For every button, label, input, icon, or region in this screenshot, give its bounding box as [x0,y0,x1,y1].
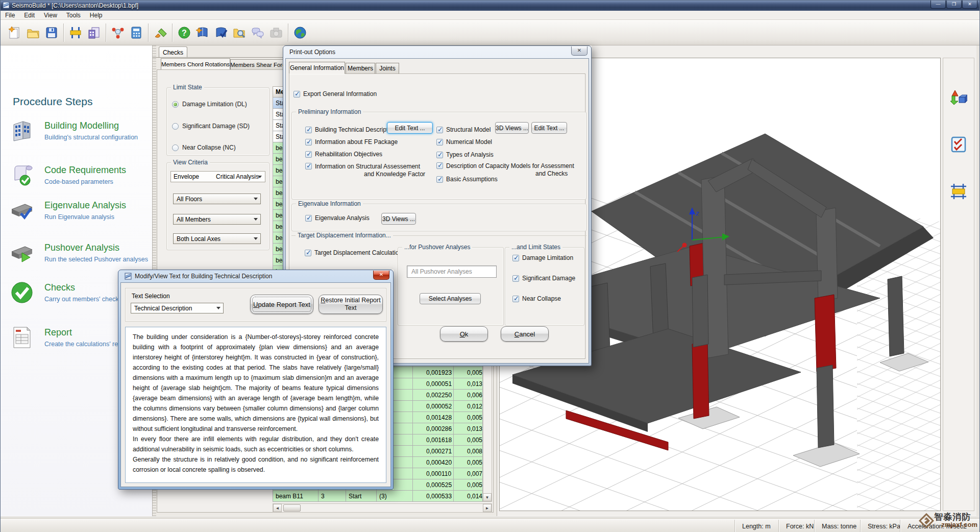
camera-icon[interactable] [267,23,285,42]
checkbox-rehabilitation-objectives[interactable]: Rehabilitation Objectives [305,151,382,158]
building-report-icon[interactable] [85,23,103,42]
checkbox-information-fe-package[interactable]: Information about FE Package [305,138,398,146]
scroll-right-arrow[interactable]: ► [483,504,492,512]
frame-icon[interactable] [950,183,967,200]
checkbox-damage-limitation[interactable]: Damage Limitation [512,254,573,261]
radio-near-collapse[interactable]: Near Collapse (NC) [172,144,236,151]
tab-joints[interactable]: Joints [376,63,399,74]
open-folder-icon[interactable] [24,23,42,42]
watermark-line2: zmjaxf.com [941,521,977,528]
ok-button[interactable]: Ok [440,326,488,342]
text-selection-dropdown[interactable]: Technical Description [131,303,224,313]
checkbox-structural-model[interactable]: Structural Model [436,126,491,133]
members-dropdown[interactable]: All Members [173,214,261,225]
menu-edit[interactable]: Edit [19,11,39,19]
table-cell: 0,013536 [454,423,483,434]
checkbox-target-displacement[interactable]: Target Displacement Calculations [305,249,405,256]
views-3d-button[interactable]: 3D Views ... [495,122,529,134]
table-horizontal-scrollbar[interactable]: ◄ ► [273,503,492,513]
tab-members-chord-rotations[interactable]: Members Chord Rotations [161,58,230,69]
radio-damage-limitation[interactable]: Damage Limitation (DL) [172,101,247,108]
dialog-icon [125,273,132,280]
sidebar-item-pushover-analysis[interactable]: Pushover Analysis Run the selected Pusho… [7,243,150,272]
checkbox-eigenvalue-analysis[interactable]: Eigenvalue Analysis [305,214,370,222]
envelope-analysis-combo[interactable]: Envelope Critical Analysis [170,171,265,182]
close-button[interactable]: ✕ [962,1,977,9]
menu-file[interactable]: File [1,11,19,19]
checkbox-icon [305,127,312,133]
select-analyses-button[interactable]: Select Analyses [420,293,481,304]
tab-checks[interactable]: Checks [159,46,187,58]
checkbox-label: Types of Analysis [446,151,494,158]
table-row[interactable]: beam B11 3 Start (3) 0,000533 0,014976 [273,491,492,502]
checkbox-label: Basic Assumptions [446,176,498,183]
restore-initial-report-text-button[interactable]: Restore Initial Report Text [318,295,383,314]
checkbox-capacity-models[interactable]: Description of Capacity Models for Asses… [436,162,574,177]
checkbox-label: Information on Structural Assessementand… [315,163,425,178]
dialog-close-icon[interactable]: ✕ [373,271,389,280]
edit-text-button[interactable]: Edit Text ... [387,122,433,134]
checkbox-icon [512,275,519,282]
sidebar-item-building-modelling[interactable]: Building Modelling Building's structural… [7,120,150,150]
orientation-icon[interactable] [950,89,967,106]
dropdown-value: All Floors [177,196,202,203]
comments-icon[interactable] [249,23,267,42]
checkbox-structural-assessment[interactable]: Information on Structural Assessementand… [305,163,425,178]
sidebar-item-subtitle: Run the selected Pushover analyses [44,256,148,263]
checkbox-icon [436,176,443,183]
sidebar-item-eigenvalue-analysis[interactable]: Eigenvalue Analysis Run Eigenvalue analy… [7,200,150,230]
technical-description-textarea[interactable]: The building under consideration is a {N… [125,327,386,483]
radio-significant-damage[interactable]: Significant Damage (SD) [172,123,250,130]
update-report-text-button[interactable]: Update Report Text [250,295,313,314]
save-icon[interactable] [42,23,61,42]
restore-button[interactable]: ❐ [946,1,962,9]
sidebar-item-subtitle: Create the calculations' report [44,341,129,348]
minimize-button[interactable]: — [930,1,946,9]
checklist-icon[interactable] [950,136,967,153]
menu-view[interactable]: View [39,11,62,19]
globe-icon[interactable] [291,23,309,42]
table-cell: 0,007464 [454,468,483,479]
axes-dropdown[interactable]: Both Local Axes [173,233,261,244]
scroll-down-arrow[interactable]: ▼ [483,493,492,501]
table-cell: 3 [318,491,346,502]
scroll-thumb[interactable] [283,504,301,512]
tab-members-shear-forces[interactable]: Members Shear Forces [230,59,291,70]
cancel-button[interactable]: Cancel [501,326,549,342]
watermark-line1: 智淼消防 [934,513,977,521]
checkbox-types-of-analysis[interactable]: Types of Analysis [436,151,494,158]
checkbox-icon [305,250,311,256]
sidebar-item-code-requirements[interactable]: Code Requirements Code-based parameters [7,165,150,195]
folder-search-icon[interactable] [230,23,249,42]
tab-members[interactable]: Members [346,63,375,74]
help-icon[interactable]: ? [175,23,193,42]
views-3d-button-eigen[interactable]: 3D Views ... [381,213,416,225]
book-star-icon[interactable] [193,23,212,42]
menu-help[interactable]: Help [85,11,107,19]
dropdown-value: All Members [177,216,211,223]
model-3d-icon[interactable] [109,23,127,42]
menu-tools[interactable]: Tools [62,11,85,19]
calculator-icon[interactable] [127,23,145,42]
book-check-icon[interactable] [212,23,230,42]
checkbox-significant-damage[interactable]: Significant Damage [512,275,575,282]
checkbox-basic-assumptions[interactable]: Basic Assumptions [436,176,498,183]
floors-dropdown[interactable]: All Floors [173,194,261,204]
dropdown-value: Both Local Axes [177,235,220,243]
checkbox-export-general[interactable]: Export General Information [293,90,377,98]
dialog-close-icon[interactable]: ✕ [571,46,587,56]
checkbox-numerical-model[interactable]: Numerical Model [436,138,492,146]
group-label: Eigenvalue Information [296,200,363,207]
analysis-value: Critical Analysis [216,173,259,180]
tab-general-information[interactable]: General Information [289,62,345,74]
pushover-analyses-input[interactable]: All Pushover Analyses [407,265,497,278]
brush-icon[interactable] [151,23,169,42]
radio-icon [172,101,179,108]
checkbox-near-collapse[interactable]: Near Collapse [512,295,561,302]
scroll-left-arrow[interactable]: ◄ [273,504,282,512]
slab-play-icon [10,240,34,265]
frame-elements-icon[interactable] [66,23,85,42]
checkbox-building-technical-description[interactable]: Building Technical Description [305,126,396,133]
edit-text-button-2[interactable]: Edit Text ... [531,122,567,134]
new-file-icon[interactable] [6,23,24,42]
